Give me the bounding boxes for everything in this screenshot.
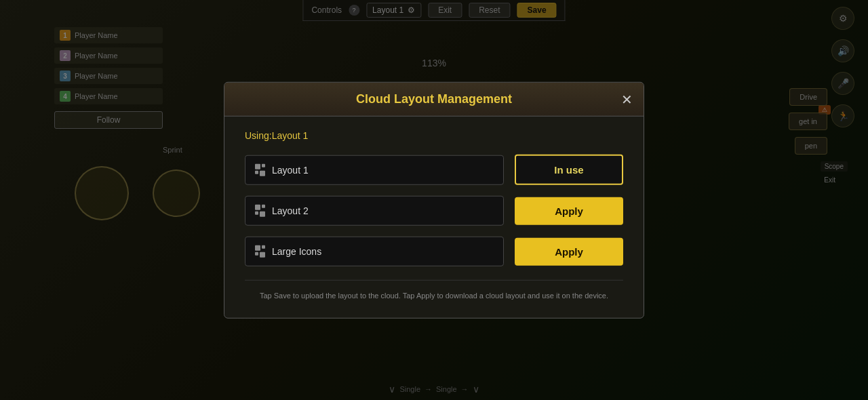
modal-footer-text: Tap Save to upload the layout to the clo… <box>245 280 623 302</box>
layout-row-2: Layout 2 Apply <box>245 196 623 226</box>
layout-row-3: Large Icons Apply <box>245 237 623 266</box>
cloud-layout-modal: Cloud Layout Management ✕ Using:Layout 1 <box>224 82 644 319</box>
layout-1-name-box: Layout 1 <box>245 155 504 184</box>
using-label: Using:Layout 1 <box>245 130 623 141</box>
layout-grid-icon <box>255 163 265 176</box>
layout-grid-icon <box>255 205 265 217</box>
layout-row-1: Layout 1 In use <box>245 155 623 185</box>
modal-header: Cloud Layout Management ✕ <box>224 83 644 117</box>
layout-1-name: Layout 1 <box>272 164 309 175</box>
layout-2-apply-button[interactable]: Apply <box>515 197 623 224</box>
layout-list: Layout 1 In use <box>245 155 623 266</box>
layout-2-name: Layout 2 <box>272 205 309 216</box>
using-layout-name: Layout 1 <box>272 130 309 141</box>
modal-body: Using:Layout 1 Layout <box>224 117 644 318</box>
layout-3-apply-button[interactable]: Apply <box>515 237 623 265</box>
modal-close-button[interactable]: ✕ <box>621 92 633 106</box>
layout-3-name-box: Large Icons <box>245 237 504 266</box>
layout-grid-icon <box>255 245 265 258</box>
layout-1-in-use-button: In use <box>515 155 623 185</box>
layout-2-name-box: Layout 2 <box>245 196 504 226</box>
modal-title: Cloud Layout Management <box>356 92 512 106</box>
layout-3-name: Large Icons <box>272 246 321 257</box>
using-prefix: Using: <box>245 130 272 141</box>
